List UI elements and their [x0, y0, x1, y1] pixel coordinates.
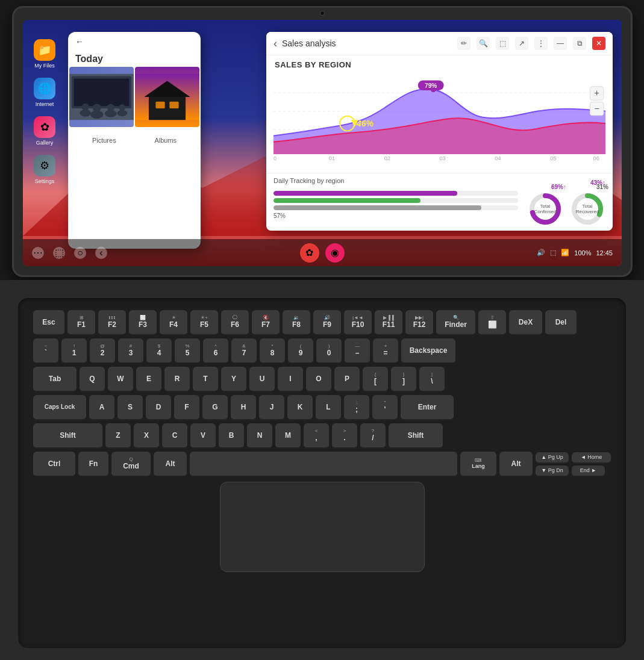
key-p[interactable]: P: [334, 367, 360, 392]
key-f12[interactable]: ▶▶| F12: [405, 310, 433, 335]
key-m[interactable]: M: [275, 423, 301, 449]
key-f2[interactable]: ⫿⫿⫿ F2: [98, 310, 126, 335]
key-w[interactable]: W: [108, 367, 133, 392]
app-icon-gallery[interactable]: ✿ Gallery: [29, 115, 60, 146]
key-backslash[interactable]: | \: [419, 367, 445, 392]
key-9[interactable]: ( 9: [288, 338, 313, 364]
key-q[interactable]: Q: [80, 367, 105, 392]
key-g[interactable]: G: [202, 395, 228, 420]
key-k[interactable]: K: [287, 395, 313, 420]
key-a[interactable]: A: [89, 395, 114, 420]
key-f11[interactable]: ▶▐▐ F11: [375, 310, 402, 335]
close-button[interactable]: ✕: [592, 37, 605, 50]
key-slash[interactable]: ? /: [360, 423, 386, 449]
key-tilde[interactable]: ~ `: [33, 338, 58, 364]
key-dex[interactable]: DeX: [509, 310, 542, 335]
key-lbracket[interactable]: { [: [363, 367, 388, 392]
key-5[interactable]: % 5: [175, 338, 200, 364]
key-equals[interactable]: + =: [373, 338, 398, 364]
key-backspace[interactable]: Backspace: [401, 338, 455, 364]
key-f6[interactable]: 🖵 F6: [221, 310, 249, 335]
more-button[interactable]: ⋮: [534, 37, 548, 50]
key-h[interactable]: H: [231, 395, 256, 420]
key-rbracket[interactable]: } ]: [391, 367, 416, 392]
restore-button[interactable]: ⧉: [573, 37, 586, 50]
key-del[interactable]: Del: [545, 310, 577, 335]
key-f[interactable]: F: [174, 395, 199, 420]
sales-back-button[interactable]: ‹: [274, 37, 277, 50]
key-end[interactable]: End ►: [572, 465, 605, 477]
app-icon-settings[interactable]: ⚙ Settings: [29, 154, 60, 185]
key-f3[interactable]: ⬜ F3: [129, 310, 157, 335]
key-semicolon[interactable]: : ;: [344, 395, 369, 420]
key-cmd[interactable]: Q Cmd: [111, 452, 151, 477]
status-app2-button[interactable]: ◉: [325, 243, 345, 263]
key-1[interactable]: ! 1: [61, 338, 87, 364]
minimize-button[interactable]: —: [554, 37, 567, 50]
trackpad[interactable]: [220, 482, 425, 572]
save-button[interactable]: ⬚: [496, 37, 509, 50]
key-7[interactable]: & 7: [231, 338, 257, 364]
key-y[interactable]: Y: [221, 367, 246, 392]
key-finder[interactable]: 🔍 Finder: [436, 310, 475, 335]
key-alt-right[interactable]: Alt: [499, 452, 533, 477]
key-f5[interactable]: ☀+ F5: [190, 310, 218, 335]
key-comma[interactable]: < ,: [304, 423, 329, 449]
key-e[interactable]: E: [136, 367, 161, 392]
key-0[interactable]: ) 0: [316, 338, 342, 364]
key-f1[interactable]: ⊞ F1: [67, 310, 95, 335]
key-home[interactable]: ◄ Home: [572, 452, 611, 464]
key-r[interactable]: R: [164, 367, 190, 392]
key-s[interactable]: S: [117, 395, 143, 420]
back-button[interactable]: ‹: [95, 247, 107, 259]
app-icon-myfiles[interactable]: 📁 My Files: [29, 38, 60, 69]
key-b[interactable]: B: [219, 423, 244, 449]
key-j[interactable]: J: [259, 395, 284, 420]
key-u[interactable]: U: [249, 367, 275, 392]
gallery-thumb-family[interactable]: [69, 67, 134, 127]
key-n[interactable]: N: [247, 423, 272, 449]
key-fn[interactable]: Fn: [78, 452, 108, 477]
key-x[interactable]: X: [134, 423, 159, 449]
key-shift-right[interactable]: Shift: [389, 423, 443, 449]
key-esc[interactable]: Esc: [33, 310, 64, 335]
key-lang[interactable]: ⌨ Lang: [460, 452, 496, 477]
key-ctrl[interactable]: Ctrl: [33, 452, 75, 477]
pencil-button[interactable]: ✏: [457, 37, 470, 50]
apps-button[interactable]: ⋯: [32, 247, 44, 259]
key-v[interactable]: V: [190, 423, 216, 449]
key-i[interactable]: I: [278, 367, 303, 392]
key-4[interactable]: $ 4: [146, 338, 172, 364]
key-o[interactable]: O: [306, 367, 331, 392]
key-pgup[interactable]: ▲ Pg Up: [536, 452, 569, 464]
key-z[interactable]: Z: [105, 423, 131, 449]
status-app1-button[interactable]: ✿: [300, 243, 319, 263]
key-8[interactable]: * 8: [260, 338, 285, 364]
gallery-footer-pictures[interactable]: Pictures: [92, 137, 116, 144]
key-period[interactable]: > .: [332, 423, 357, 449]
key-alt-left[interactable]: Alt: [154, 452, 187, 477]
key-minus[interactable]: — –: [345, 338, 370, 364]
key-tab[interactable]: Tab: [33, 367, 77, 392]
key-caps-lock[interactable]: Caps Lock: [33, 395, 86, 420]
key-t[interactable]: T: [193, 367, 218, 392]
gallery-back-button[interactable]: ←: [75, 37, 84, 46]
key-d[interactable]: D: [146, 395, 171, 420]
share-button[interactable]: ↗: [515, 37, 528, 50]
key-quote[interactable]: " ': [372, 395, 398, 420]
key-f4[interactable]: ☀ F4: [160, 310, 187, 335]
key-f7[interactable]: 🔇 F7: [252, 310, 280, 335]
search-button[interactable]: 🔍: [477, 37, 490, 50]
key-space[interactable]: [190, 452, 457, 477]
gallery-footer-albums[interactable]: Albums: [154, 137, 177, 144]
key-6[interactable]: ^ 6: [203, 338, 228, 364]
key-f8[interactable]: 🔉 F8: [283, 310, 310, 335]
gallery-thumb-house[interactable]: [135, 67, 199, 127]
overview-button[interactable]: ⬚: [53, 247, 65, 259]
app-icon-internet[interactable]: 🌐 Internet: [29, 76, 60, 108]
key-l[interactable]: L: [316, 395, 341, 420]
key-f10[interactable]: |◄◄ F10: [344, 310, 372, 335]
key-c[interactable]: C: [162, 423, 187, 449]
key-f9[interactable]: 🔊 F9: [313, 310, 341, 335]
key-shift-left[interactable]: Shift: [33, 423, 102, 449]
